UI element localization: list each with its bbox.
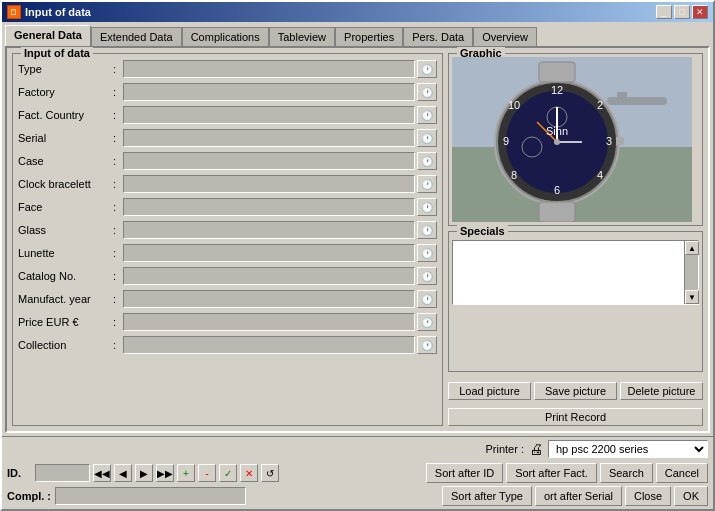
label-face: Face: [18, 201, 113, 213]
colon-type: :: [113, 63, 123, 75]
input-price[interactable]: [123, 313, 415, 331]
clock-btn-catalog[interactable]: 🕐: [417, 267, 437, 285]
clock-icon-clock-bracelett: 🕐: [421, 179, 433, 190]
nav-prev-button[interactable]: ◀: [114, 464, 132, 482]
clock-btn-face[interactable]: 🕐: [417, 198, 437, 216]
clock-btn-type[interactable]: 🕐: [417, 60, 437, 78]
input-glass[interactable]: [123, 221, 415, 239]
scroll-up-button[interactable]: ▲: [685, 241, 699, 255]
input-collection[interactable]: [123, 336, 415, 354]
maximize-button[interactable]: □: [674, 5, 690, 19]
nav-cancel-button[interactable]: ✕: [240, 464, 258, 482]
input-case[interactable]: [123, 152, 415, 170]
tab-tableview[interactable]: Tableview: [269, 27, 335, 46]
close-button[interactable]: ✕: [692, 5, 708, 19]
tab-pers-data[interactable]: Pers. Data: [403, 27, 473, 46]
sort-after-id-button[interactable]: Sort after ID: [426, 463, 503, 483]
tab-overview[interactable]: Overview: [473, 27, 537, 46]
clock-btn-manufact-year[interactable]: 🕐: [417, 290, 437, 308]
load-picture-button[interactable]: Load picture: [448, 382, 531, 400]
tab-general-data[interactable]: General Data: [5, 25, 91, 46]
clock-btn-case[interactable]: 🕐: [417, 152, 437, 170]
specials-scrollbar: ▲ ▼: [684, 241, 698, 304]
label-clock-bracelett: Clock bracelett: [18, 178, 113, 190]
input-fact-country[interactable]: [123, 106, 415, 124]
colon-price: :: [113, 316, 123, 328]
nav-refresh-button[interactable]: ↺: [261, 464, 279, 482]
input-serial[interactable]: [123, 129, 415, 147]
colon-factory: :: [113, 86, 123, 98]
tab-extended-data[interactable]: Extended Data: [91, 27, 182, 46]
field-row-lunette: Lunette : 🕐: [18, 243, 437, 263]
title-bar: 🗒 Input of data _ □ ✕: [2, 2, 713, 22]
colon-serial: :: [113, 132, 123, 144]
search-button[interactable]: Search: [600, 463, 653, 483]
id-label: ID.: [7, 467, 32, 479]
clock-btn-glass[interactable]: 🕐: [417, 221, 437, 239]
svg-rect-4: [617, 92, 627, 97]
nav-next-button[interactable]: ▶: [135, 464, 153, 482]
svg-text:12: 12: [551, 84, 563, 96]
title-bar-left: 🗒 Input of data: [7, 5, 91, 19]
input-type[interactable]: [123, 60, 415, 78]
colon-glass: :: [113, 224, 123, 236]
clock-icon-glass: 🕐: [421, 225, 433, 236]
clock-icon-factory: 🕐: [421, 87, 433, 98]
clock-btn-serial[interactable]: 🕐: [417, 129, 437, 147]
input-factory[interactable]: [123, 83, 415, 101]
clock-icon-fact-country: 🕐: [421, 110, 433, 121]
specials-textarea[interactable]: [453, 241, 684, 304]
clock-icon-face: 🕐: [421, 202, 433, 213]
sort-after-serial-button[interactable]: ort after Serial: [535, 486, 622, 506]
nav-first-button[interactable]: ◀◀: [93, 464, 111, 482]
field-row-face: Face : 🕐: [18, 197, 437, 217]
clock-btn-lunette[interactable]: 🕐: [417, 244, 437, 262]
input-catalog[interactable]: [123, 267, 415, 285]
cancel-action-button[interactable]: Cancel: [656, 463, 708, 483]
delete-picture-button[interactable]: Delete picture: [620, 382, 703, 400]
clock-icon-price: 🕐: [421, 317, 433, 328]
app-icon: 🗒: [7, 5, 21, 19]
watch-svg: 12 2 3 4 6 8 9 10: [452, 57, 692, 222]
input-face[interactable]: [123, 198, 415, 216]
clock-icon-serial: 🕐: [421, 133, 433, 144]
window-title: Input of data: [25, 6, 91, 18]
minimize-button[interactable]: _: [656, 5, 672, 19]
save-picture-button[interactable]: Save picture: [534, 382, 617, 400]
svg-text:3: 3: [606, 135, 612, 147]
field-row-type: Type : 🕐: [18, 59, 437, 79]
scroll-down-button[interactable]: ▼: [685, 290, 699, 304]
nav-delete-button[interactable]: -: [198, 464, 216, 482]
tab-properties[interactable]: Properties: [335, 27, 403, 46]
input-clock-bracelett[interactable]: [123, 175, 415, 193]
clock-icon-lunette: 🕐: [421, 248, 433, 259]
clock-btn-factory[interactable]: 🕐: [417, 83, 437, 101]
nav-confirm-button[interactable]: ✓: [219, 464, 237, 482]
field-row-case: Case : 🕐: [18, 151, 437, 171]
nav-add-button[interactable]: +: [177, 464, 195, 482]
sort-after-fact-button[interactable]: Sort after Fact.: [506, 463, 597, 483]
svg-text:9: 9: [503, 135, 509, 147]
print-record-button[interactable]: Print Record: [448, 408, 703, 426]
sort-after-type-button[interactable]: Sort after Type: [442, 486, 532, 506]
close-button[interactable]: Close: [625, 486, 671, 506]
ok-button[interactable]: OK: [674, 486, 708, 506]
colon-fact-country: :: [113, 109, 123, 121]
input-manufact-year[interactable]: [123, 290, 415, 308]
right-panel: Graphic: [448, 53, 703, 426]
label-serial: Serial: [18, 132, 113, 144]
svg-text:4: 4: [597, 169, 603, 181]
printer-select[interactable]: hp psc 2200 series: [548, 440, 708, 458]
tab-complications[interactable]: Complications: [182, 27, 269, 46]
label-collection: Collection: [18, 339, 113, 351]
clock-btn-collection[interactable]: 🕐: [417, 336, 437, 354]
clock-icon-collection: 🕐: [421, 340, 433, 351]
clock-btn-fact-country[interactable]: 🕐: [417, 106, 437, 124]
id-input[interactable]: [35, 464, 90, 482]
input-lunette[interactable]: [123, 244, 415, 262]
nav-last-button[interactable]: ▶▶: [156, 464, 174, 482]
clock-btn-price[interactable]: 🕐: [417, 313, 437, 331]
bottom-row1: ID. ◀◀ ◀ ▶ ▶▶ + - ✓ ✕ ↺ Sort after ID So…: [7, 463, 708, 483]
clock-btn-clock-bracelett[interactable]: 🕐: [417, 175, 437, 193]
compl-input[interactable]: [55, 487, 246, 505]
